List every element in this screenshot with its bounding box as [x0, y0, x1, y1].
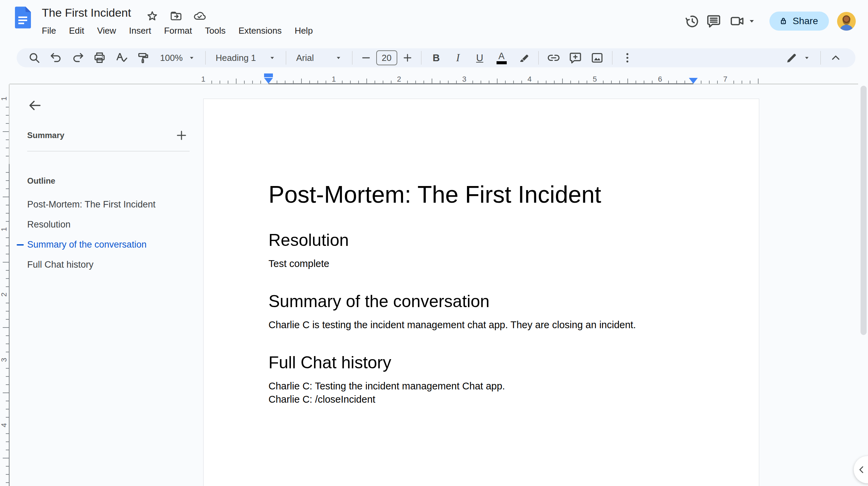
ruler-tick — [562, 79, 563, 84]
ruler-tick — [6, 254, 9, 254]
star-button[interactable] — [145, 9, 159, 23]
menu-item-edit[interactable]: Edit — [65, 24, 88, 37]
search-menus-button[interactable] — [28, 51, 41, 65]
ruler-number: 3 — [462, 76, 466, 83]
underline-button[interactable]: U — [473, 51, 487, 65]
ruler-tick — [423, 81, 424, 84]
join-video-call-button[interactable] — [725, 10, 761, 32]
toolbar-divider — [820, 51, 821, 65]
ruler-tick — [391, 81, 392, 84]
right-indent-marker[interactable] — [689, 78, 698, 84]
font-size-control: 20 — [359, 50, 415, 65]
menu-item-insert[interactable]: Insert — [125, 24, 155, 37]
horizontal-ruler[interactable]: 11234567 — [0, 71, 868, 85]
menu-item-extensions[interactable]: Extensions — [235, 24, 286, 37]
account-avatar[interactable] — [837, 12, 856, 31]
highlight-color-button[interactable] — [517, 51, 530, 65]
ruler-tick — [709, 81, 710, 84]
search-icon — [28, 51, 41, 65]
doc-paragraph[interactable]: Test complete — [268, 257, 694, 270]
share-button[interactable]: Share — [769, 12, 829, 31]
open-comments-button[interactable] — [703, 10, 725, 32]
ruler-number: 2 — [0, 292, 8, 297]
ruler-tick — [277, 81, 277, 84]
ruler-number: 5 — [593, 76, 597, 83]
ruler-tick — [6, 311, 9, 312]
increase-font-size-button[interactable] — [401, 51, 414, 65]
ruler-tick — [717, 81, 718, 84]
menu-item-file[interactable]: File — [38, 24, 60, 37]
minus-icon — [360, 52, 372, 64]
docs-logo-icon[interactable] — [15, 6, 31, 29]
spelling-grammar-check-button[interactable] — [115, 51, 128, 65]
paint-format-button[interactable] — [136, 51, 150, 65]
font-family-value: Arial — [296, 53, 314, 63]
italic-button[interactable]: I — [451, 51, 465, 65]
ruler-tick — [742, 81, 742, 84]
close-outline-button[interactable] — [24, 95, 46, 116]
chevron-left-icon — [856, 464, 867, 475]
bold-button[interactable]: B — [430, 51, 443, 65]
menu-item-help[interactable]: Help — [291, 24, 317, 37]
ruler-tick — [448, 81, 449, 84]
text-color-glyph: A — [497, 52, 507, 64]
undo-button[interactable] — [49, 51, 63, 65]
ruler-baseline — [9, 84, 10, 164]
outline-item-active[interactable]: Summary of the conversation — [17, 235, 193, 255]
ruler-tick — [301, 79, 302, 84]
menu-item-view[interactable]: View — [93, 24, 120, 37]
insert-image-button[interactable] — [590, 51, 604, 65]
vertical-scrollbar[interactable] — [861, 86, 867, 335]
version-history-button[interactable] — [681, 10, 703, 32]
paragraph-styles-select[interactable]: Heading 1 — [210, 51, 282, 65]
doc-heading-resolution[interactable]: Resolution — [268, 230, 694, 250]
more-options-icon — [621, 51, 634, 65]
text-color-button[interactable]: A — [495, 51, 508, 65]
font-size-input[interactable]: 20 — [376, 50, 397, 65]
toolbar-divider — [205, 51, 206, 65]
ruler-tick — [513, 81, 514, 84]
ruler-tick — [497, 79, 498, 84]
first-line-indent-marker[interactable] — [264, 73, 273, 77]
doc-heading-summary[interactable]: Summary of the conversation — [268, 291, 694, 311]
redo-button[interactable] — [71, 51, 85, 65]
document-page[interactable]: Post-Mortem: The First Incident Resoluti… — [203, 99, 759, 486]
ruler-tick — [342, 81, 343, 84]
zoom-value: 100% — [160, 53, 183, 63]
outline-item[interactable]: Full Chat history — [17, 255, 193, 275]
zoom-select[interactable]: 100% — [154, 51, 201, 65]
ruler-tick — [6, 180, 9, 181]
ruler-tick — [228, 81, 228, 84]
main-toolbar: 100% Heading 1 Arial 20 B I U — [17, 48, 855, 67]
doc-paragraph[interactable]: Charlie C: Testing the incident manageme… — [268, 380, 694, 406]
document-saved-status-button[interactable] — [193, 9, 206, 23]
ruler-tick — [293, 81, 294, 84]
add-comment-button[interactable] — [569, 51, 582, 65]
summary-heading: Summary — [27, 131, 64, 140]
doc-heading-1[interactable]: Post-Mortem: The First Incident — [268, 181, 694, 208]
ruler-tick — [733, 81, 734, 84]
doc-paragraph[interactable]: Charlie C is testing the incident manage… — [268, 318, 694, 332]
menu-item-tools[interactable]: Tools — [201, 24, 230, 37]
outline-item[interactable]: Post-Mortem: The First Incident — [17, 195, 193, 215]
font-family-select[interactable]: Arial — [290, 51, 348, 65]
editing-mode-select[interactable] — [779, 51, 816, 65]
left-indent-marker[interactable] — [264, 78, 273, 84]
more-toolbar-options-button[interactable] — [621, 51, 634, 65]
hide-menus-button[interactable] — [829, 51, 843, 65]
add-summary-button[interactable] — [173, 127, 190, 144]
document-title[interactable]: The First Incident — [42, 5, 131, 20]
ruler-tick — [636, 81, 636, 84]
print-button[interactable] — [93, 51, 106, 65]
menu-item-format[interactable]: Format — [160, 24, 196, 37]
ruler-tick — [758, 79, 759, 84]
ruler-tick — [6, 441, 9, 442]
decrease-font-size-button[interactable] — [359, 51, 373, 65]
insert-link-button[interactable] — [547, 51, 560, 65]
pencil-icon — [785, 51, 798, 64]
outline-item[interactable]: Resolution — [17, 215, 193, 235]
show-side-panel-button[interactable] — [854, 456, 868, 483]
doc-heading-chat-history[interactable]: Full Chat history — [268, 353, 694, 372]
move-to-folder-button[interactable] — [169, 9, 183, 23]
vertical-ruler[interactable]: 11234 — [0, 85, 10, 486]
